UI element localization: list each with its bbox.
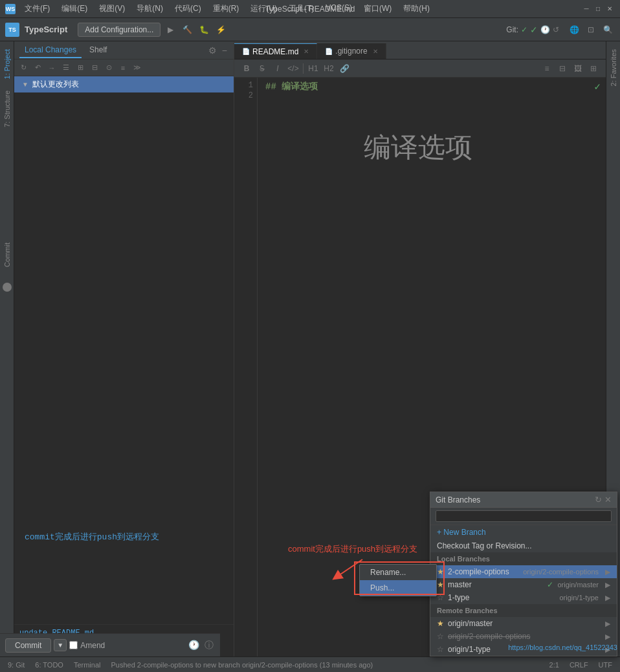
menu-view[interactable]: 视图(V): [94, 2, 130, 16]
branch-arrow-1: ▶: [605, 568, 610, 576]
branch-name-3: 1-type: [448, 593, 555, 602]
preview-icon[interactable]: 🖼: [571, 61, 585, 76]
vcs-settings-icon[interactable]: ⚙: [207, 44, 218, 57]
commit-extra-icons: 🕐 ⓘ: [187, 638, 215, 653]
table-icon[interactable]: ⊞: [586, 61, 601, 76]
status-terminal[interactable]: Terminal: [71, 661, 104, 669]
vcs-more-icon[interactable]: ≫: [131, 61, 144, 74]
remote-branch-item-1[interactable]: ★ origin/master ▶: [430, 617, 617, 630]
toggle-view-icon[interactable]: ≡: [540, 61, 554, 76]
commit-dropdown-arrow[interactable]: ▼: [54, 639, 67, 651]
add-configuration-button[interactable]: Add Configuration...: [78, 23, 161, 37]
tab-readme[interactable]: 📄 README.md ✕: [234, 43, 317, 59]
status-position: 2:1: [547, 661, 562, 669]
toolbar-separator-1: [303, 63, 304, 74]
search-everywhere-icon[interactable]: 🔍: [601, 23, 615, 37]
minimize-button[interactable]: ─: [581, 4, 592, 14]
window-controls: ─ □ ✕: [581, 4, 615, 14]
status-todo[interactable]: 6: TODO: [32, 661, 66, 669]
git-branches-close-icon[interactable]: ✕: [604, 495, 612, 504]
vcs-diff-icon[interactable]: ⊟: [88, 61, 101, 74]
amend-text: Amend: [80, 641, 105, 650]
git-indicator: Git: ✓ ✓ 🕐 ↺: [501, 23, 564, 36]
git-new-branch-button[interactable]: + New Branch: [430, 525, 617, 539]
vcs-move-icon[interactable]: ⊞: [74, 61, 87, 74]
remote-branch-item-2[interactable]: ☆ origin/2-compile-options ▶: [430, 630, 617, 643]
tab-shelf[interactable]: Shelf: [84, 43, 112, 58]
git-branches-panel: Git Branches ↻ ✕ + New Branch Checkout T…: [430, 492, 617, 656]
git-branches-refresh-icon[interactable]: ↻: [595, 495, 602, 504]
left-sidebar: 1: Project 7: Structure Commit: [0, 41, 14, 656]
run-icon[interactable]: ▶: [163, 23, 177, 37]
menu-nav[interactable]: 导航(N): [131, 2, 168, 16]
vcs-file-item[interactable]: ▼ 默认更改列表: [14, 76, 234, 92]
status-pushed-msg: Pushed 2-compile-options to new branch o…: [108, 661, 375, 669]
vcs-minimize-icon[interactable]: −: [221, 44, 228, 57]
remote-branch-star-outline-icon-3: ☆: [437, 645, 444, 654]
build-icon[interactable]: 🔨: [180, 23, 194, 37]
menu-code[interactable]: 代码(C): [170, 2, 206, 16]
remote-branch-name-2: origin/2-compile-options: [448, 632, 599, 641]
git-branches-search-input[interactable]: [436, 510, 612, 522]
bold-icon[interactable]: B: [239, 61, 254, 76]
code-icon[interactable]: </>: [286, 61, 300, 76]
split-icon[interactable]: ⊡: [584, 23, 598, 37]
tab-readme-close[interactable]: ✕: [304, 48, 309, 55]
line-num-2: 2: [234, 91, 257, 101]
debug-icon[interactable]: 🐛: [197, 23, 211, 37]
vcs-next-icon[interactable]: →: [45, 61, 58, 74]
translate-icon[interactable]: 🌐: [567, 23, 581, 37]
commit-action-bar: Commit ▼ Amend 🕐 ⓘ: [0, 633, 220, 656]
line-numbers: 1 2: [234, 78, 258, 656]
vcs-view-icon[interactable]: ⊙: [102, 61, 115, 74]
tab-gitignore-close[interactable]: ✕: [373, 48, 378, 55]
link-icon[interactable]: 🔗: [337, 61, 351, 76]
branch-item-1-type[interactable]: ☆ 1-type origin/1-type ▶: [430, 591, 617, 604]
editor-toolbar: B S̶ I </> H1 H2 🔗 ≡ ⊟ 🖼 ⊞: [234, 60, 606, 78]
context-menu-rename[interactable]: Rename...: [360, 565, 436, 580]
vcs-rollback-icon[interactable]: ↶: [31, 61, 44, 74]
sidebar-item-favorites[interactable]: 2: Favorites: [608, 44, 619, 91]
strikethrough-icon[interactable]: S̶: [255, 61, 269, 76]
vcs-sort-icon[interactable]: ≡: [116, 61, 129, 74]
coverage-icon[interactable]: ⚡: [214, 23, 228, 37]
sidebar-item-project[interactable]: 1: Project: [1, 44, 13, 84]
vcs-checkin-icon[interactable]: ☰: [60, 61, 72, 74]
menu-file[interactable]: 文件(F): [19, 2, 55, 16]
branch-item-2-compile-options[interactable]: ★ 2-compile-options origin/2-compile-opt…: [430, 565, 617, 578]
status-bar: 9: Git 6: TODO Terminal Pushed 2-compile…: [0, 656, 620, 672]
preview-heading-text: 编译选项: [364, 129, 472, 166]
context-menu-push[interactable]: Push...: [360, 580, 436, 596]
split-view-icon[interactable]: ⊟: [555, 61, 570, 76]
sidebar-dot-icon: [3, 283, 12, 292]
menu-window[interactable]: 窗口(W): [359, 2, 397, 16]
close-button[interactable]: ✕: [604, 4, 615, 14]
amend-checkbox[interactable]: [69, 641, 78, 649]
branch-current-check-icon: ✓: [547, 580, 553, 589]
tab-local-changes[interactable]: Local Changes: [19, 43, 82, 58]
tab-gitignore[interactable]: 📄 .gitignore ✕: [317, 43, 386, 59]
vcs-refresh-icon[interactable]: ↻: [17, 61, 30, 74]
commit-button[interactable]: Commit: [5, 638, 51, 653]
italic-icon[interactable]: I: [271, 61, 285, 76]
branch-star-outline-icon-3: ☆: [437, 593, 444, 602]
amend-label[interactable]: Amend: [69, 641, 105, 650]
remote-branch-arrow-1: ▶: [605, 620, 610, 628]
commit-info-icon[interactable]: ⓘ: [203, 638, 215, 653]
maximize-button[interactable]: □: [593, 4, 603, 14]
h2-icon[interactable]: H2: [322, 61, 336, 76]
branch-item-master[interactable]: ★ master ✓ origin/master ▶: [430, 578, 617, 591]
menu-help[interactable]: 帮助(H): [398, 2, 435, 16]
h1-icon[interactable]: H1: [306, 61, 320, 76]
status-encoding[interactable]: UTF: [596, 661, 615, 669]
menu-refactor[interactable]: 重构(R): [208, 2, 245, 16]
git-checkout-tag-button[interactable]: Checkout Tag or Revision...: [430, 539, 617, 552]
editor-tab-bar: 📄 README.md ✕ 📄 .gitignore ✕: [234, 41, 606, 60]
sidebar-item-commit[interactable]: Commit: [1, 237, 13, 272]
sidebar-item-structure[interactable]: 7: Structure: [1, 85, 13, 133]
status-crlf[interactable]: CRLF: [567, 661, 591, 669]
menu-edit[interactable]: 编辑(E): [56, 2, 93, 16]
commit-clock-icon[interactable]: 🕐: [187, 638, 201, 653]
status-git[interactable]: 9: Git: [5, 661, 27, 669]
remote-branch-star-outline-icon-2: ☆: [437, 632, 444, 641]
